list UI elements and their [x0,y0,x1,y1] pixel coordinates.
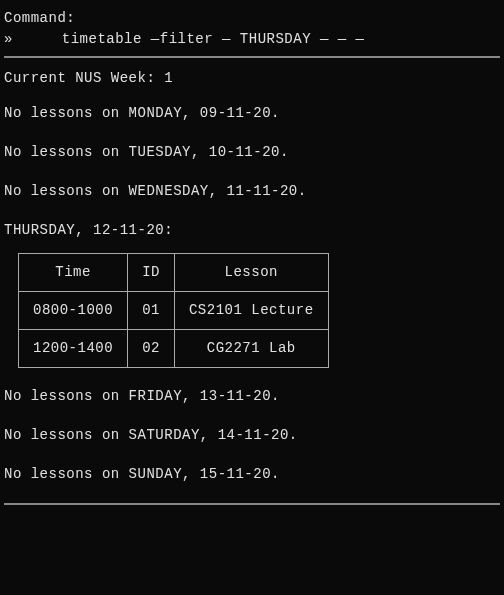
no-lesson-wed: No lessons on WEDNESDAY, 11-11-20. [4,181,500,202]
cell-lesson: CS2101 Lecture [174,292,328,330]
cell-id: 01 [128,292,175,330]
col-lesson: Lesson [174,254,328,292]
command-prompt: » [4,31,13,47]
cell-lesson: CG2271 Lab [174,330,328,368]
week-line: Current NUS Week: 1 [4,68,500,89]
command-label: Command: [4,8,500,29]
no-lesson-sun: No lessons on SUNDAY, 15-11-20. [4,464,500,485]
command-section: Command: » timetable —filter — THURSDAY … [4,8,500,50]
timetable: Time ID Lesson 0800-1000 01 CS2101 Lectu… [18,253,329,368]
table-header-row: Time ID Lesson [19,254,329,292]
table-row: 1200-1400 02 CG2271 Lab [19,330,329,368]
divider-bottom [4,503,500,505]
thursday-header: THURSDAY, 12-11-20: [4,220,500,241]
cell-time: 1200-1400 [19,330,128,368]
command-text: timetable —filter — THURSDAY — — — [62,31,365,47]
col-time: Time [19,254,128,292]
timetable-wrapper: Time ID Lesson 0800-1000 01 CS2101 Lectu… [4,249,500,386]
no-lesson-fri: No lessons on FRIDAY, 13-11-20. [4,386,500,407]
cell-id: 02 [128,330,175,368]
divider-top [4,56,500,58]
no-lesson-sat: No lessons on SATURDAY, 14-11-20. [4,425,500,446]
col-id: ID [128,254,175,292]
cell-time: 0800-1000 [19,292,128,330]
no-lesson-tue: No lessons on TUESDAY, 10-11-20. [4,142,500,163]
no-lesson-mon: No lessons on MONDAY, 09-11-20. [4,103,500,124]
table-row: 0800-1000 01 CS2101 Lecture [19,292,329,330]
command-line[interactable]: » timetable —filter — THURSDAY — — — [4,29,500,50]
